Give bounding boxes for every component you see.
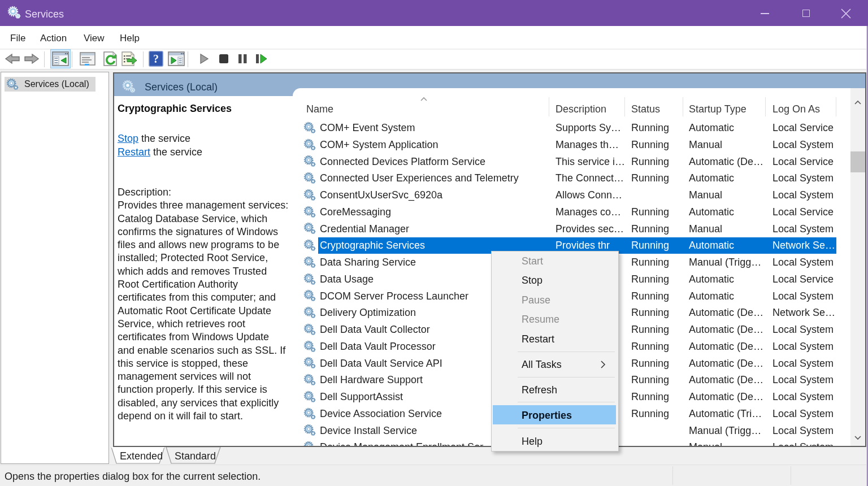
svg-text:?: ? [153, 53, 159, 65]
